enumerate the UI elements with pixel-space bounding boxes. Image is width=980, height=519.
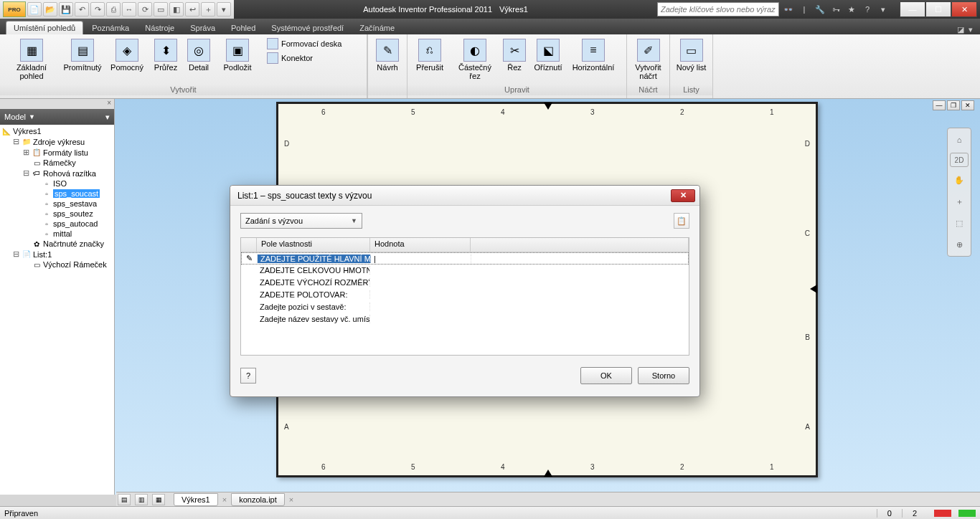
btn-pomocny[interactable]: ◈Pomocný — [106, 37, 148, 73]
panel-options-icon[interactable]: ▾ — [105, 113, 110, 122]
grid-row[interactable]: Zadejte pozici v sestavě: — [241, 301, 689, 313]
search-box[interactable] — [657, 2, 779, 16]
qat-open-icon[interactable]: 📂 — [43, 2, 57, 16]
panel-close-icon[interactable]: × — [0, 99, 114, 109]
tree-sps-soucast[interactable]: ▫sps_soucast — [32, 189, 113, 199]
btn-prerusit[interactable]: ⎌Přerušit — [412, 37, 448, 73]
tile-vertical-icon[interactable]: ▥ — [135, 494, 148, 505]
search-input[interactable] — [658, 3, 778, 16]
nav-2d-icon[interactable]: 2D — [950, 153, 969, 167]
tree-sps-soutez[interactable]: ▫sps_soutez — [32, 209, 113, 219]
ok-button[interactable]: OK — [580, 367, 632, 384]
qat-undo-icon[interactable]: ↶ — [75, 2, 89, 16]
tab-umisteni-pohledu[interactable]: Umístění pohledů — [6, 21, 83, 34]
nav-zoom-in-icon[interactable]: ＋ — [951, 193, 968, 210]
key-icon[interactable]: 🗝 — [829, 3, 842, 16]
tree-iso[interactable]: ▫ISO — [32, 178, 113, 189]
close-button[interactable]: ✕ — [951, 1, 977, 17]
help-icon[interactable]: ? — [861, 3, 874, 16]
dialog-titlebar[interactable]: List:1 – sps_soucast texty s výzvou ✕ — [230, 186, 699, 206]
btn-podlozit[interactable]: ▣Podložit — [217, 37, 258, 73]
dialog-close-button[interactable]: ✕ — [671, 189, 695, 202]
help-dropdown-icon[interactable]: ▾ — [877, 3, 890, 16]
qat-redo-icon[interactable]: ↷ — [90, 2, 105, 16]
wrench-icon[interactable]: 🔧 — [814, 3, 826, 16]
grid-row[interactable]: ZADEJTE CELKOVOU HMOTNOS — [241, 265, 689, 277]
qat-return-icon[interactable]: ↩ — [185, 2, 199, 16]
tree-nacrtnute[interactable]: ✿Načrtnuté značky — [22, 239, 113, 249]
qat-dropdown-icon[interactable]: ▾ — [217, 2, 231, 16]
tree-zdroje[interactable]: ⊟📁Zdroje výkresu — [11, 136, 113, 147]
nav-pan-icon[interactable]: ✋ — [951, 171, 968, 189]
tree-sps-sestava[interactable]: ▫sps_sestava — [32, 199, 113, 209]
btn-vytvorit-nacrt[interactable]: ✐Vytvořit náčrt — [631, 37, 665, 82]
value-input[interactable] — [371, 254, 471, 263]
tab-systemove-prostredi[interactable]: Systémové prostředí — [264, 22, 351, 34]
doc-restore-button[interactable]: ❐ — [947, 100, 960, 110]
qat-print-icon[interactable]: ⎙ — [106, 2, 121, 16]
form-icon[interactable]: 📋 — [674, 213, 689, 229]
doc-tab-close-icon[interactable]: × — [220, 495, 230, 504]
doc-tab-close-icon[interactable]: × — [286, 495, 296, 504]
btn-formovaci-deska[interactable]: Formovací deska — [264, 37, 344, 50]
doc-close-button[interactable]: ✕ — [961, 100, 974, 110]
tab-pohled[interactable]: Pohled — [224, 22, 263, 34]
grid-row[interactable]: ✎ZADEJTE POUŽITÉ HLAVNÍ MĚŘ — [241, 252, 689, 265]
ribbon-help-icon[interactable]: ▾ — [969, 25, 973, 34]
panel-header[interactable]: Model ▼ ▾ — [0, 109, 114, 125]
properties-grid[interactable]: Pole vlastnosti Hodnota ✎ZADEJTE POUŽITÉ… — [240, 237, 689, 356]
cascade-icon[interactable]: ▦ — [152, 494, 165, 505]
ribbon-pin-icon[interactable]: ◪ — [957, 25, 964, 34]
btn-rez[interactable]: ✂Řez — [502, 37, 527, 73]
nav-home-icon[interactable]: ⌂ — [951, 131, 968, 148]
binoculars-icon[interactable]: 👓 — [782, 3, 795, 16]
maximize-button[interactable]: ☐ — [925, 1, 951, 17]
model-tree[interactable]: 📐Výkres1 ⊟📁Zdroje výkresu ⊞📋Formáty list… — [0, 125, 114, 495]
tile-horizontal-icon[interactable]: ▤ — [118, 494, 131, 505]
tree-sps-autocad[interactable]: ▫sps_autocad — [32, 219, 113, 229]
tab-sprava[interactable]: Správa — [183, 22, 222, 34]
btn-oriznuti[interactable]: ⬕Oříznutí — [529, 37, 567, 73]
btn-konektor[interactable]: Konektor — [264, 52, 344, 65]
btn-prurez[interactable]: ⬍Průřez — [151, 37, 181, 73]
favorite-icon[interactable]: ★ — [845, 3, 858, 16]
nav-zoom-all-icon[interactable]: ⊕ — [951, 236, 968, 253]
app-logo[interactable]: PRO — [3, 1, 26, 17]
nav-zoom-window-icon[interactable]: ⬚ — [951, 214, 968, 232]
qat-save-icon[interactable]: 💾 — [59, 2, 73, 16]
qat-new-icon[interactable]: 📄 — [27, 2, 42, 16]
btn-novy-list[interactable]: ▭Nový list — [674, 37, 708, 73]
btn-zakladni-pohled[interactable]: ▦Základní pohled — [4, 37, 59, 82]
qat-material-icon[interactable]: ◧ — [169, 2, 184, 16]
minimize-button[interactable]: — — [900, 1, 925, 17]
btn-detail[interactable]: ◎Detail — [184, 37, 214, 73]
dialog-help-button[interactable]: ? — [240, 368, 256, 384]
tree-formaty[interactable]: ⊞📋Formáty listu — [22, 147, 113, 158]
tree-root[interactable]: 📐Výkres1 — [1, 126, 113, 136]
tree-vychozi-ramecek[interactable]: ▭Výchozí Rámeček — [22, 260, 113, 270]
doc-tab-vykres1[interactable]: Výkres1 — [174, 493, 218, 506]
tab-poznamka[interactable]: Poznámka — [85, 22, 136, 34]
grid-row[interactable]: ZADEJTE POLOTOVAR: — [241, 289, 689, 301]
tree-mittal[interactable]: ▫mittal — [32, 229, 113, 239]
btn-castecny-rez[interactable]: ◐Částečný řez — [451, 37, 499, 82]
btn-promitnutý[interactable]: ▤Promítnutý — [62, 37, 103, 73]
tab-nastroje[interactable]: Nástroje — [138, 22, 182, 34]
col-header-pole[interactable]: Pole vlastnosti — [257, 238, 370, 252]
tab-zaciname[interactable]: Začínáme — [352, 22, 402, 34]
cancel-button[interactable]: Storno — [638, 367, 689, 384]
grid-row[interactable]: ZADEJTE VÝCHOZÍ ROZMĚRY: — [241, 277, 689, 289]
btn-navrh[interactable]: ✎Návrh — [372, 37, 402, 73]
prompt-type-combo[interactable]: Zadání s výzvou ▼ — [240, 213, 362, 229]
tree-list1[interactable]: ⊟📄List:1 — [11, 249, 113, 260]
tree-ramecky[interactable]: ▭Rámečky — [22, 158, 113, 168]
qat-dim-icon[interactable]: ↔ — [122, 2, 136, 16]
doc-minimize-button[interactable]: — — [933, 100, 946, 110]
qat-select-icon[interactable]: ▭ — [154, 2, 168, 16]
doc-tab-konzola[interactable]: konzola.ipt — [231, 493, 285, 506]
col-header-hodnota[interactable]: Hodnota — [370, 238, 471, 252]
tree-rohova[interactable]: ⊟🏷Rohová razítka — [22, 168, 113, 178]
qat-update-icon[interactable]: ⟳ — [138, 2, 152, 16]
btn-horizontalni[interactable]: ≡Horizontální — [570, 37, 617, 73]
qat-plus-icon[interactable]: ＋ — [201, 2, 215, 16]
